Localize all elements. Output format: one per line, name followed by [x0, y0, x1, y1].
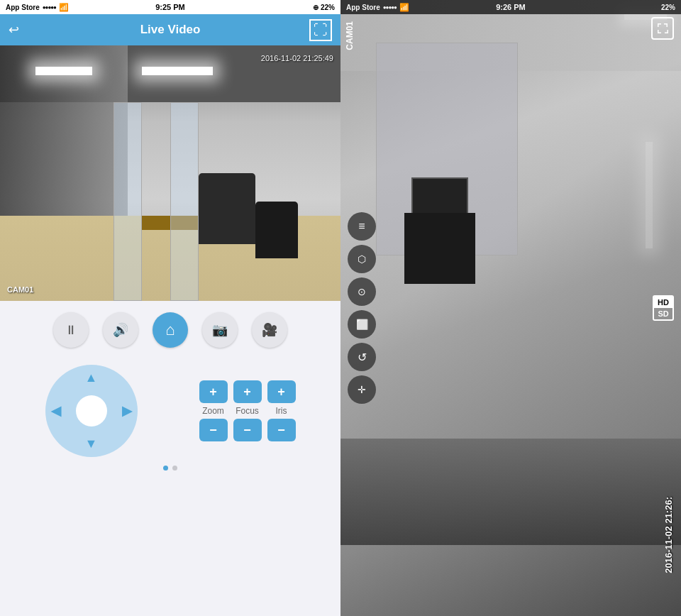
ptz-down-button[interactable]: ▼: [85, 436, 98, 451]
page-dot-1[interactable]: [163, 466, 168, 471]
ptz-left-button[interactable]: ◀: [51, 403, 61, 419]
video-cam-label-right: CAM01: [345, 21, 355, 50]
side-toolbar: ≡ ⬡ ⊙ ⬜ ↺ ✛: [348, 212, 376, 404]
iris-plus-button[interactable]: +: [267, 380, 296, 403]
office-light2: [142, 67, 213, 75]
status-left-right: App Store ●●●●● 📶: [346, 3, 409, 12]
camera-tool-icon: ⊙: [358, 286, 366, 297]
zfi-controls: + Zoom − + Focus −: [199, 380, 296, 441]
ptz-up-button[interactable]: ▲: [85, 370, 98, 385]
display-tool-icon: ⬡: [358, 253, 366, 265]
focus-label: Focus: [236, 406, 259, 416]
status-right-right: 22%: [661, 4, 675, 11]
video-timestamp-right: 2016-11-02 21:26:: [663, 497, 674, 573]
focus-minus-icon: −: [243, 423, 251, 438]
camera-fullscreen: CAM01 2016-11-02 21:26: ≡ ⬡ ⊙ ⬜ ↺: [340, 0, 681, 616]
video-cam-label-left: CAM01: [7, 285, 33, 294]
home-icon: ⌂: [165, 321, 175, 339]
zoom-plus-button[interactable]: +: [199, 380, 228, 403]
fullscreen-btn-right[interactable]: [651, 17, 674, 40]
controls-area: ⏸ 🔊 ⌂ 📷 🎥 ▲ ▼ ◀ ▶: [0, 301, 340, 616]
battery-right: 22%: [661, 4, 675, 11]
nav-title: Live Video: [140, 23, 201, 37]
right-panel: App Store ●●●●● 📶 9:26 PM 22% CAM01 2016…: [340, 0, 681, 616]
pause-icon: ⏸: [65, 323, 77, 338]
status-bar-left: App Store ●●●●● 📶 9:25 PM ⊕ 22%: [0, 0, 340, 14]
iris-minus-icon: −: [277, 423, 285, 438]
camera-tool-button[interactable]: ⊙: [348, 277, 376, 306]
signal-icon-left: ●●●●●: [43, 4, 56, 11]
snapshot-icon: 📷: [212, 322, 228, 338]
pause-button[interactable]: ⏸: [53, 312, 89, 348]
ptz-joystick: ▲ ▼ ◀ ▶: [45, 365, 138, 457]
location-icon-left: ⊕: [313, 4, 319, 11]
zfi-group: + Zoom − + Focus −: [199, 380, 296, 441]
fs-dark-bottom: [340, 439, 681, 545]
page-dot-2[interactable]: [172, 466, 177, 471]
display-tool-button[interactable]: ⬡: [348, 245, 376, 273]
zoom-label: Zoom: [202, 406, 224, 416]
iris-label: Iris: [276, 406, 287, 416]
fullscreen-icon-right: [657, 23, 668, 34]
back-button[interactable]: ↩: [9, 22, 19, 38]
focus-col: + Focus −: [233, 380, 262, 441]
record-icon: 🎥: [262, 322, 277, 338]
battery-left: 22%: [321, 4, 335, 11]
app-store-right: App Store: [346, 4, 380, 11]
iris-minus-button[interactable]: −: [267, 419, 296, 441]
status-bar-right: App Store ●●●●● 📶 9:26 PM 22%: [340, 0, 681, 14]
time-right: 9:26 PM: [496, 3, 526, 11]
ptz-right-button[interactable]: ▶: [122, 403, 132, 419]
menu-tool-icon: ≡: [358, 220, 365, 233]
time-left: 9:25 PM: [155, 3, 185, 11]
ptz-zoom-row: ▲ ▼ ◀ ▶ + Zoom −: [0, 365, 340, 457]
zoom-minus-button[interactable]: −: [199, 419, 228, 441]
screen-tool-button[interactable]: ⬜: [348, 310, 376, 339]
media-controls: ⏸ 🔊 ⌂ 📷 🎥: [53, 312, 287, 348]
glass-partition2: [170, 102, 199, 301]
video-feed-left: 2016-11-02 21:25:49 CAM01: [0, 45, 340, 301]
screen-tool-icon: ⬜: [356, 319, 368, 330]
iris-plus-icon: +: [277, 385, 285, 400]
ptz-center[interactable]: [76, 395, 107, 427]
office-scene: [0, 45, 340, 301]
sd-label: SD: [654, 308, 672, 319]
plus-icon: +: [209, 385, 217, 400]
menu-tool-button[interactable]: ≡: [348, 212, 376, 241]
dpad-tool-icon: ✛: [358, 384, 366, 395]
nav-bar: ↩ Live Video ⛶: [0, 14, 340, 45]
status-right-icons-left: ⊕ 22%: [313, 4, 335, 11]
record-button[interactable]: 🎥: [252, 312, 287, 348]
focus-plus-icon: +: [243, 385, 251, 400]
hd-sd-badge[interactable]: HD SD: [653, 295, 674, 321]
refresh-tool-icon: ↺: [358, 351, 367, 364]
page-dots: [163, 466, 177, 471]
fisheye-scene: [340, 0, 681, 616]
minus-icon: −: [209, 423, 217, 438]
office-chair2: [255, 202, 298, 258]
dpad-tool-button[interactable]: ✛: [348, 375, 376, 404]
iris-col: + Iris −: [267, 380, 296, 441]
signal-icon-right: ●●●●●: [383, 4, 397, 11]
focus-minus-button[interactable]: −: [233, 419, 262, 441]
speaker-icon: 🔊: [113, 322, 128, 338]
fs-equipment-base: [404, 213, 475, 284]
glass-partition: [114, 102, 142, 301]
refresh-tool-button[interactable]: ↺: [348, 343, 376, 371]
fullscreen-button[interactable]: ⛶: [309, 19, 332, 41]
office-light1: [35, 67, 92, 75]
zoom-col: + Zoom −: [199, 380, 228, 441]
video-timestamp-left: 2016-11-02 21:25:49: [261, 54, 333, 62]
wifi-icon-left: 📶: [59, 3, 69, 12]
ptz-ring: ▲ ▼ ◀ ▶: [45, 365, 138, 457]
focus-plus-button[interactable]: +: [233, 380, 262, 403]
office-chair1: [199, 173, 255, 244]
home-button[interactable]: ⌂: [153, 312, 188, 348]
wifi-icon-right: 📶: [399, 3, 409, 12]
snapshot-button[interactable]: 📷: [202, 312, 238, 348]
app-store-left: App Store: [6, 4, 40, 11]
left-panel: App Store ●●●●● 📶 9:25 PM ⊕ 22% ↩ Live V…: [0, 0, 340, 616]
speaker-button[interactable]: 🔊: [103, 312, 138, 348]
status-left-icons: App Store ●●●●● 📶: [6, 3, 69, 12]
fs-reflection1: [539, 0, 681, 106]
